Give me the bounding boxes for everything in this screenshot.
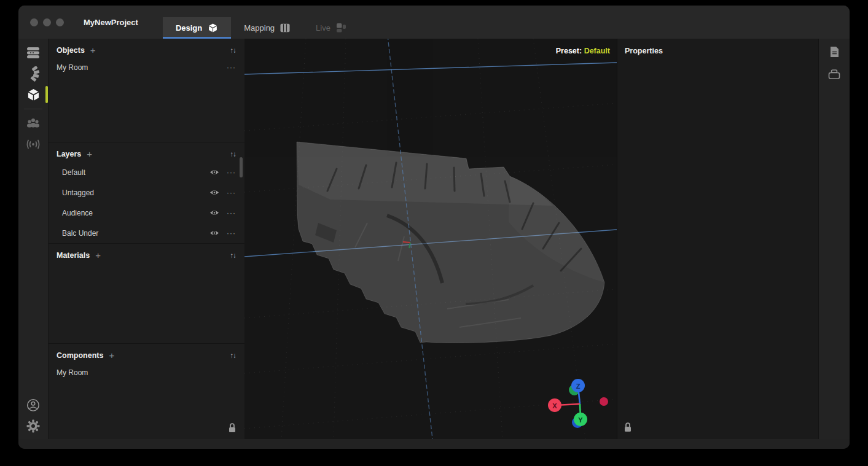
cube-icon [208, 23, 218, 33]
sort-layers-button[interactable]: ↑↓ [230, 150, 237, 158]
layer-menu-button[interactable]: ··· [227, 229, 236, 238]
eye-icon [209, 169, 219, 176]
project-title: MyNewProject [84, 18, 138, 27]
zoom-window-button[interactable] [56, 18, 64, 26]
notes-button[interactable] [829, 46, 840, 60]
properties-panel-title: Properties [617, 39, 818, 63]
gizmo-z-label: Z [576, 383, 581, 390]
layer-visibility-toggle[interactable] [209, 169, 219, 176]
window-bottom-edge [18, 439, 850, 449]
layer-menu-button[interactable]: ··· [227, 168, 236, 177]
properties-panel: Properties [617, 39, 818, 439]
viewport-3d[interactable]: Z X Y Preset: Default [244, 39, 617, 439]
people-icon [26, 118, 41, 129]
mode-tabs: Design Mapping Live [163, 6, 359, 39]
layer-name: Default [62, 168, 209, 177]
layer-visibility-toggle[interactable] [209, 230, 219, 236]
stack-icon [26, 47, 40, 59]
room-model[interactable] [297, 142, 604, 343]
add-material-button[interactable]: + [95, 252, 101, 258]
drawer-icon [828, 69, 840, 79]
archive-button[interactable] [828, 69, 840, 82]
layers-section-title: Layers [57, 150, 81, 158]
viewport-3d-scene[interactable]: Z X Y [244, 39, 617, 439]
tab-live-label: Live [316, 23, 330, 33]
layer-name: Untagged [62, 188, 209, 197]
gizmo-neg-x-ball[interactable] [600, 397, 608, 406]
eye-icon [209, 230, 219, 236]
component-name: My Room [57, 368, 236, 377]
minimize-window-button[interactable] [43, 18, 51, 26]
toolbar-broadcast-button[interactable] [18, 134, 48, 155]
settings-button[interactable] [18, 416, 48, 437]
components-section: Components + ↑↓ My Room [49, 344, 244, 439]
add-component-button[interactable]: + [109, 352, 114, 359]
orientation-gizmo[interactable]: Z X Y [548, 379, 608, 428]
layer-list-item[interactable]: Default ··· [49, 162, 244, 182]
layer-visibility-toggle[interactable] [209, 209, 219, 216]
tab-design-label: Design [176, 23, 202, 33]
add-object-button[interactable]: + [90, 47, 96, 53]
toolbar-venues-button[interactable] [18, 42, 48, 63]
traffic-lights [18, 6, 64, 39]
toolbar-3d-objects-button[interactable] [18, 84, 48, 105]
object-menu-button[interactable]: ··· [227, 63, 236, 72]
live-panels-icon [336, 23, 346, 33]
scene-panel: Objects + ↑↓ My Room ··· Layers + ↑↓ Def… [48, 39, 244, 439]
close-window-button[interactable] [30, 18, 38, 26]
tab-mapping[interactable]: Mapping [231, 17, 303, 39]
toolbar-audience-button[interactable] [18, 113, 48, 134]
app-window: MyNewProject Design Mapping Live [18, 6, 850, 449]
object-list-item[interactable]: My Room ··· [49, 58, 244, 77]
components-section-title: Components [57, 351, 103, 360]
layers-scrollbar[interactable] [240, 157, 243, 177]
objects-section: Objects + ↑↓ My Room ··· [49, 39, 244, 142]
add-layer-button[interactable]: + [87, 151, 92, 157]
person-circle-icon [26, 398, 40, 412]
toolbar-speaker-array-button[interactable] [18, 63, 48, 84]
lock-icon [228, 422, 237, 433]
account-button[interactable] [18, 395, 48, 416]
layer-list-item[interactable]: Balc Under ··· [49, 223, 244, 243]
cube-icon [26, 88, 41, 102]
object-name: My Room [57, 63, 227, 72]
lock-icon [624, 422, 632, 432]
sort-materials-button[interactable]: ↑↓ [230, 252, 237, 259]
objects-section-title: Objects [57, 46, 85, 55]
component-list-item[interactable]: My Room [49, 363, 244, 382]
layer-list-item[interactable]: Untagged ··· [49, 182, 244, 203]
title-bar: MyNewProject Design Mapping Live [18, 6, 850, 39]
tab-design[interactable]: Design [163, 17, 231, 39]
sort-components-button[interactable]: ↑↓ [230, 352, 237, 359]
gizmo-y-label: Y [578, 416, 583, 424]
eye-icon [209, 189, 219, 196]
scene-panel-lock-button[interactable] [228, 422, 237, 435]
left-toolbar [18, 39, 48, 439]
layer-menu-button[interactable]: ··· [227, 188, 236, 197]
properties-panel-lock-button[interactable] [624, 422, 632, 435]
layer-list-item[interactable]: Audience ··· [49, 203, 244, 223]
map-icon [280, 23, 290, 33]
preset-indicator[interactable]: Preset: Default [556, 47, 610, 55]
main-content: Objects + ↑↓ My Room ··· Layers + ↑↓ Def… [18, 39, 850, 439]
eye-icon [209, 209, 219, 216]
layers-section: Layers + ↑↓ Default ··· Untagged ··· Aud… [49, 142, 244, 244]
toolbar-divider [24, 109, 42, 109]
layer-menu-button[interactable]: ··· [227, 209, 236, 217]
sort-objects-button[interactable]: ↑↓ [230, 47, 237, 54]
layer-visibility-toggle[interactable] [209, 189, 219, 196]
preset-value: Default [584, 47, 610, 55]
gear-icon [26, 419, 40, 433]
layer-name: Balc Under [62, 229, 209, 238]
right-toolbar [818, 39, 850, 439]
tab-live[interactable]: Live [303, 17, 359, 39]
tab-mapping-label: Mapping [244, 23, 275, 33]
gizmo-x-label: X [552, 402, 557, 410]
preset-label: Preset: [556, 47, 582, 55]
layer-name: Audience [62, 209, 209, 217]
signal-icon [26, 139, 41, 150]
speaker-array-icon [26, 66, 40, 82]
materials-section-title: Materials [57, 251, 90, 260]
materials-section: Materials + ↑↓ [49, 244, 244, 344]
document-icon [829, 46, 840, 58]
